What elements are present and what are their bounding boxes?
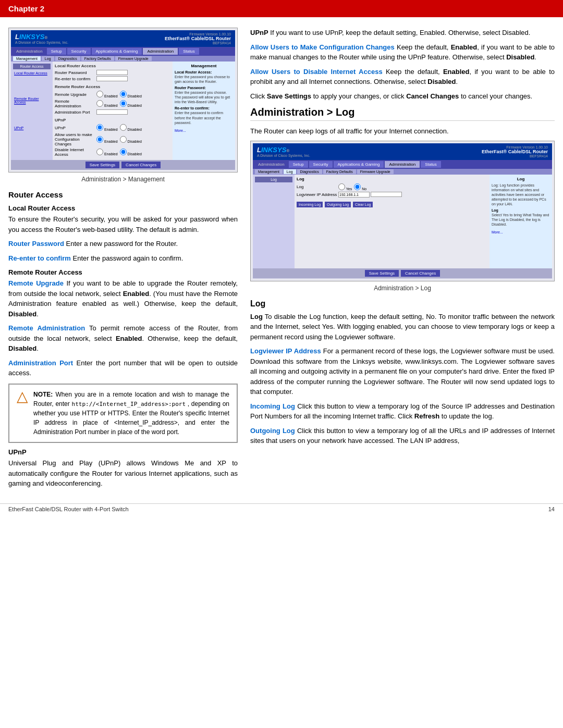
router-password-input[interactable] — [96, 70, 128, 75]
ra-enabled-label: Enabled — [96, 100, 118, 107]
cancel-changes-button[interactable]: Cancel Changes — [121, 162, 161, 168]
upnp-field-label: UPnP — [55, 126, 96, 130]
logviewer-input[interactable] — [371, 192, 402, 197]
form-section-local: Local Router Access — [55, 64, 170, 68]
subtab-firmware[interactable]: Firmware Upgrade — [115, 56, 152, 61]
subtab-management[interactable]: Management — [13, 56, 41, 61]
log-tab-administration[interactable]: Administration — [385, 161, 420, 168]
log-subtab-management[interactable]: Management — [255, 169, 283, 174]
reenter-input[interactable] — [96, 76, 128, 81]
remote-admin-disabled[interactable] — [120, 100, 127, 107]
sidebar-local-router[interactable]: Local Router Access — [13, 71, 51, 76]
log-admin-label: Administration — [255, 161, 288, 168]
subtab-diagnostics[interactable]: Diagnostics — [55, 56, 80, 61]
log-subtab-firmware[interactable]: Firmware Upgrade — [357, 169, 394, 174]
allow-config-enabled[interactable] — [96, 136, 103, 143]
disable-internet-label: Disable Internet Access — [55, 147, 96, 157]
sidebar-upnp[interactable]: UPnP — [13, 126, 51, 130]
allow-config-row: Allow users to make Configuration Change… — [55, 132, 170, 146]
main-form-area: Local Router Access Router Password Re-e… — [53, 61, 173, 160]
upnp-enabled[interactable] — [96, 124, 103, 131]
remote-admin-term: Remote Administration — [8, 324, 85, 332]
disable-internet-disabled[interactable] — [120, 149, 127, 155]
sub-tabs: Management Log Diagnostics Factory Defau… — [11, 56, 235, 61]
firmware-version: Firmware Version 1.00.10 — [165, 32, 231, 36]
nav-tabs: Administration Setup Security Applicatio… — [11, 47, 235, 56]
log-panel-more[interactable]: More... — [492, 230, 550, 235]
tab-security[interactable]: Security — [67, 48, 91, 55]
panel-local-text: Enter the password you choose to gain ac… — [175, 75, 233, 84]
sidebar-remote-router[interactable]: Remote Router Access — [13, 96, 51, 105]
log-firmware: Firmware Version 1.00.10 — [482, 145, 548, 149]
remote-router-access-heading: Remote Router Access — [8, 268, 238, 276]
admin-port-term: Administration Port — [8, 359, 73, 367]
log-panel-title: Log — [492, 177, 550, 181]
admin-port-label: Administration Port — [55, 110, 96, 115]
incoming-log-button[interactable]: Incoming Log — [297, 202, 323, 207]
admin-label: Administration — [13, 48, 46, 55]
reenter-term: Re-enter to confirm — [8, 254, 71, 262]
router-password-term: Router Password — [8, 240, 64, 248]
incoming-log-text: Click this button to view a temporary lo… — [250, 402, 555, 421]
log-tab-setup[interactable]: Setup — [289, 161, 308, 168]
log-main-desc: Log To disable the Log function, keep th… — [250, 312, 555, 342]
log-tab-status[interactable]: Status — [421, 161, 441, 168]
logviewer-ip-desc: Logviewer IP Address For a permanent rec… — [250, 346, 555, 397]
remote-upgrade-term: Remote Upgrade — [8, 279, 64, 287]
log-subtab-factory[interactable]: Factory Defaults — [323, 169, 356, 174]
router-password-desc: Router Password Enter a new password for… — [8, 239, 238, 249]
content-area: Router Access Local Router Access Remote… — [11, 61, 235, 160]
log-cancel-button[interactable]: Cancel Changes — [401, 270, 440, 277]
logviewer-ip-term: Logviewer IP Address — [250, 347, 321, 355]
enabled-label: Enabled — [96, 91, 118, 98]
allow-config-label: Allow users to make Configuration Change… — [55, 132, 96, 146]
save-settings-button[interactable]: Save Settings — [85, 162, 119, 168]
allow-disable-term: Allow Users to Disable Internet Access — [250, 68, 383, 76]
remote-upgrade-disabled[interactable] — [120, 91, 127, 97]
panel-more-link[interactable]: More... — [175, 128, 233, 133]
log-panel-section: Log — [492, 208, 550, 212]
log-no[interactable] — [354, 183, 361, 190]
remote-admin-enabled[interactable] — [96, 100, 103, 107]
allow-config-disabled[interactable] — [120, 136, 127, 143]
router-access-heading: Router Access — [8, 190, 238, 199]
admin-log-intro: The Router can keep logs of all traffic … — [250, 126, 555, 137]
log-no-label: No — [354, 183, 366, 191]
remote-upgrade-desc: Remote Upgrade If you want to be able to… — [8, 278, 238, 319]
outgoing-log-button[interactable]: Outgoing Log — [325, 202, 351, 207]
left-column: LINKSYS® A Division of Cisco Systems, In… — [8, 28, 238, 493]
page-body: LINKSYS® A Division of Cisco Systems, In… — [0, 17, 563, 503]
model-info: Firmware Version 1.00.10 EtherFast® Cabl… — [165, 32, 231, 45]
log-save-settings-button[interactable]: Save Settings — [365, 270, 399, 277]
tab-status[interactable]: Status — [179, 48, 199, 55]
upnp-disabled[interactable] — [120, 124, 127, 131]
log-model-info: Firmware Version 1.00.10 EtherFast® Cabl… — [482, 145, 548, 158]
subtab-factory[interactable]: Factory Defaults — [81, 56, 114, 61]
log-yes[interactable] — [338, 183, 345, 190]
tab-applications[interactable]: Applications & Gaming — [92, 48, 142, 55]
log-subtab-diagnostics[interactable]: Diagnostics — [297, 169, 322, 174]
outgoing-log-text: Click this button to view a temporary lo… — [250, 427, 555, 445]
logviewer-value[interactable]: 192.168.1.1 — [338, 192, 370, 198]
log-subtab-log[interactable]: Log — [284, 169, 296, 174]
log-tab-security[interactable]: Security — [309, 161, 333, 168]
screenshot-log: LINKSYS® A Division of Cisco Systems, In… — [250, 141, 555, 281]
disable-internet-enabled[interactable] — [96, 149, 103, 155]
di-disabled-label: Disabled — [120, 149, 142, 156]
tab-setup[interactable]: Setup — [47, 48, 66, 55]
note-box: △ NOTE: When you are in a remote locatio… — [8, 384, 238, 443]
right-help-panel: Management Local Router Access: Enter th… — [173, 61, 235, 160]
upnp-disabled-label: Disabled — [120, 124, 142, 131]
remote-upgrade-enabled[interactable] — [96, 91, 103, 97]
save-settings-text: Click Save Settings to apply your change… — [250, 91, 555, 102]
note-content: NOTE: When you are in a remote location … — [33, 390, 229, 437]
admin-port-input[interactable] — [96, 109, 128, 115]
tab-administration[interactable]: Administration — [143, 48, 178, 55]
logviewer-row: Logviewer IP Address 192.168.1.1 — [297, 192, 487, 198]
disabled-label: Disabled — [120, 91, 142, 98]
local-router-access-intro: To ensure the Router's security, you wil… — [8, 214, 238, 235]
log-tab-applications[interactable]: Applications & Gaming — [334, 161, 384, 168]
ac-enabled-label: Enabled — [96, 136, 118, 143]
subtab-log[interactable]: Log — [42, 56, 54, 61]
clear-log-button[interactable]: Clear Log — [353, 202, 373, 207]
